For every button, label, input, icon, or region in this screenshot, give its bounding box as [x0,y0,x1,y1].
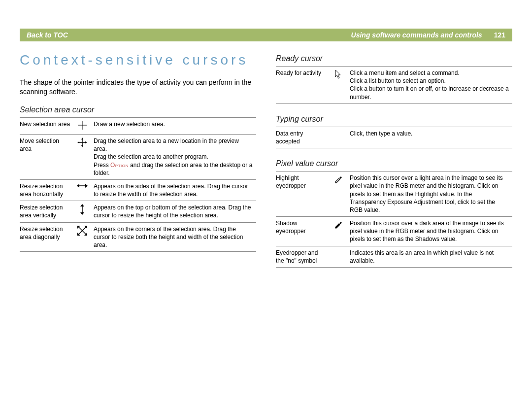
row-label: Move selection area [20,134,74,179]
intro-text: The shape of the pointer indicates the t… [20,78,256,97]
row-desc: Click a menu item and select a command. … [350,67,512,104]
crosshair-icon [74,117,94,134]
option-key-text: Option [110,162,129,169]
row-label: Resize selection area vertically [20,201,74,222]
table-row: Eyedropper and the "no" symbol Indicates… [276,246,512,267]
pixel-value-table: Highlight eyedropper Position this curso… [276,171,512,268]
table-row: Move selection area Drag the selection a… [20,134,256,179]
ready-cursor-heading: Ready cursor [276,54,512,63]
table-row: Data entry accepted Click, then type a v… [276,127,512,148]
table-row: Resize selection area vertically Appears… [20,201,256,222]
eyedropper-icon [330,171,350,217]
resize-d-icon [74,222,94,252]
header-bar: Back to TOC Using software commands and … [20,29,512,41]
row-label: Shadow eyedropper [276,217,330,246]
table-row: Highlight eyedropper Position this curso… [276,171,512,217]
no-symbol-icon [330,246,350,267]
row-desc: Position this cursor over a dark area of… [350,217,512,246]
arrow-cursor-icon [330,67,350,104]
ready-cursor-table: Ready for activity Click a menu item and… [276,66,512,104]
row-label: Data entry accepted [276,127,330,148]
typing-cursor-table: Data entry accepted Click, then type a v… [276,127,512,148]
row-desc: Click, then type a value. [350,127,512,148]
move-icon [74,134,94,179]
table-row: New selection area Draw a new selection … [20,117,256,134]
row-desc: Appears on the sides of the selection ar… [94,179,256,201]
row-desc: Position this cursor over a light area i… [350,171,512,217]
row-label: Resize selection area diagonally [20,222,74,252]
row-desc: Draw a new selection area. [94,117,256,134]
row-desc: Appears on the top or bottom of the sele… [94,201,256,222]
page-title: Context-sensitive cursors [20,52,256,68]
table-row: Resize selection area diagonally Appears… [20,222,256,252]
pixel-value-heading: Pixel value cursor [276,159,512,168]
row-desc: Indicates this area is an area in which … [350,246,512,267]
row-label: Resize selection area horizontally [20,179,74,201]
row-label: New selection area [20,117,74,134]
resize-h-icon [74,179,94,201]
right-column: Ready cursor Ready for activity Click a … [276,52,512,268]
resize-v-icon [74,201,94,222]
table-row: Shadow eyedropper Position this cursor o… [276,217,512,246]
row-label: Highlight eyedropper [276,171,330,217]
chapter-title: Using software commands and controls [351,31,482,39]
ibeam-icon [330,127,350,148]
back-to-toc-link[interactable]: Back to TOC [27,31,68,39]
page-number: 121 [494,31,505,39]
row-label: Ready for activity [276,67,330,104]
row-label: Eyedropper and the "no" symbol [276,246,330,267]
row-desc: Appears on the corners of the selection … [94,222,256,252]
selection-area-table: New selection area Draw a new selection … [20,117,256,252]
eyedropper-filled-icon [330,217,350,246]
typing-cursor-heading: Typing cursor [276,115,512,124]
table-row: Resize selection area horizontally Appea… [20,179,256,201]
selection-area-heading: Selection area cursor [20,105,256,114]
table-row: Ready for activity Click a menu item and… [276,67,512,104]
left-column: Context-sensitive cursors The shape of t… [20,52,256,268]
row-desc: Drag the selection area to a new locatio… [94,134,256,179]
